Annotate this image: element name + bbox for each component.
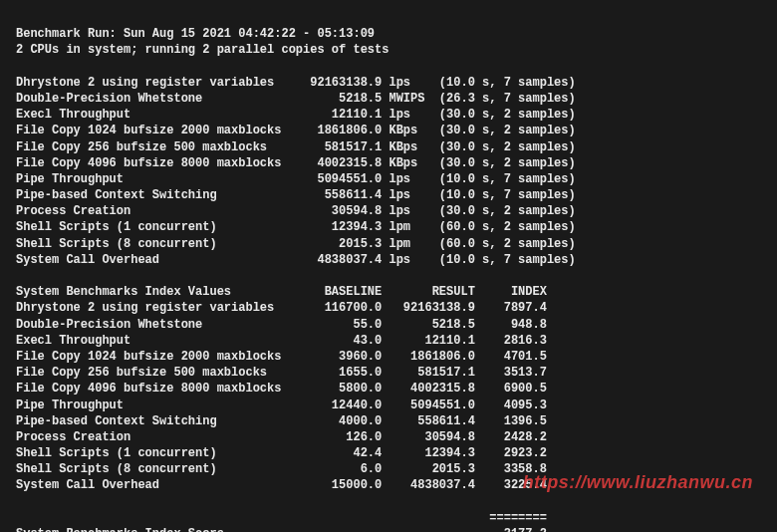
tests-block: Dhrystone 2 using register variables 921…: [16, 76, 576, 267]
run-header-line1: Benchmark Run: Sun Aug 15 2021 04:42:22 …: [16, 27, 375, 41]
terminal-output: Benchmark Run: Sun Aug 15 2021 04:42:22 …: [0, 0, 777, 532]
total-block: ======== System Benchmarks Index Score 3…: [16, 511, 547, 532]
run-header-line2: 2 CPUs in system; running 2 parallel cop…: [16, 43, 388, 57]
index-block: System Benchmarks Index Values BASELINE …: [16, 285, 547, 492]
